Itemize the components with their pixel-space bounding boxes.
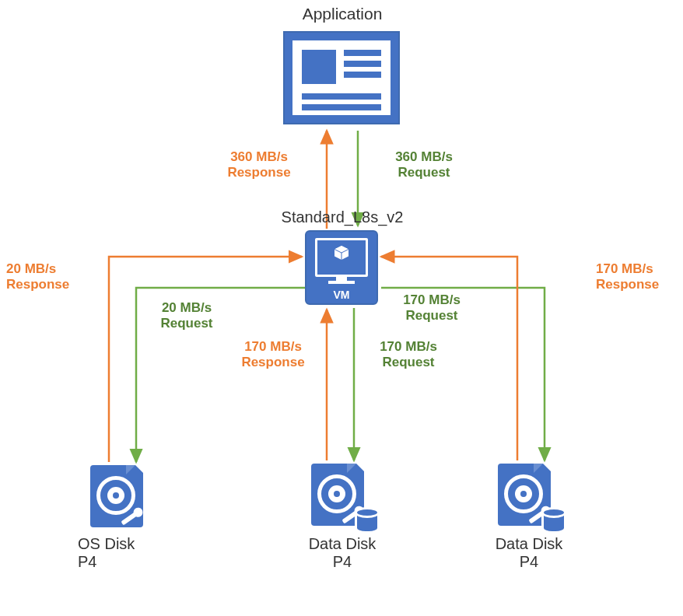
application-title: Application	[280, 5, 405, 23]
data2-request-label: 170 MB/sRequest	[389, 292, 475, 324]
data1-request-label: 170 MB/sRequest	[366, 339, 451, 370]
vm-icon: VM	[305, 230, 378, 305]
vm-title: Standard_L8s_v2	[272, 208, 412, 226]
data2-response-label: 170 MB/sResponse	[596, 261, 681, 292]
data-disk-1-label: Data DiskP4	[288, 535, 397, 571]
os-disk-label: OS DiskP4	[78, 535, 163, 571]
os-request-label: 20 MB/sRequest	[148, 300, 226, 331]
os-disk-icon	[90, 465, 151, 532]
data-disk-1-icon	[311, 464, 372, 530]
os-response-label: 20 MB/sResponse	[6, 261, 84, 292]
vm-badge-label: VM	[306, 289, 377, 301]
application-icon	[283, 31, 400, 124]
data-disk-2-icon	[498, 464, 559, 530]
app-response-label: 360 MB/sResponse	[216, 149, 302, 180]
data1-response-label: 170 MB/sResponse	[230, 339, 316, 370]
app-request-label: 360 MB/sRequest	[381, 149, 467, 180]
data-disk-2-label: Data DiskP4	[475, 535, 583, 571]
